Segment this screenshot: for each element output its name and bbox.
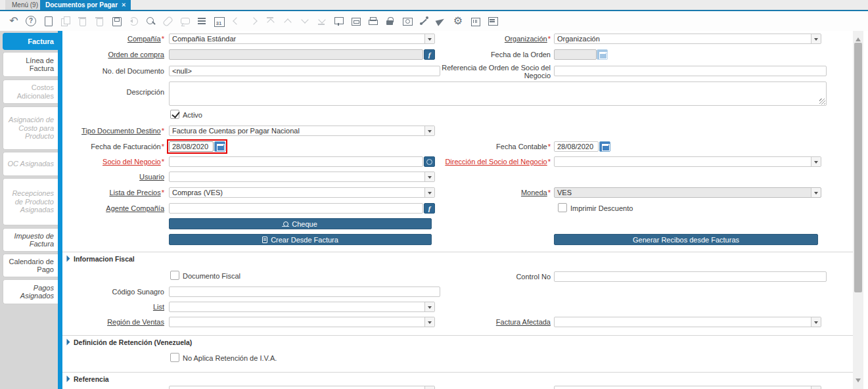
section-title-referencia[interactable]: Referencia [74,375,109,383]
save-icon[interactable] [110,15,122,27]
fecha-facturacion-calendar-button[interactable] [214,141,225,152]
dropdown-arrow-icon[interactable] [811,34,821,43]
chat-icon[interactable] [179,15,191,27]
label-lista-de-precios[interactable]: Lista de Precios* [62,189,164,196]
lock-icon[interactable] [384,15,396,27]
delete-selection-icon[interactable] [93,15,105,27]
archive-icon[interactable] [350,15,361,27]
sidebar-tab-calendario-de-pago[interactable]: Calendario de Pago [3,254,58,277]
label-agente-compania[interactable]: Agente Compañía [62,204,164,212]
dropdown-arrow-icon[interactable] [424,172,434,181]
undo-icon[interactable]: ↶ [8,15,20,27]
documento-fiscal-checkbox[interactable] [170,271,179,280]
tab-menu[interactable]: Menú (9) [5,0,45,10]
calendar-icon[interactable]: 31 [213,15,225,27]
dropdown-arrow-icon[interactable] [811,386,821,389]
tab-documentos-por-pagar[interactable]: Documentos por Pagar × [40,0,131,10]
scroll-down-icon[interactable] [856,378,861,385]
sidebar-tab-linea-de-factura[interactable]: Línea de Factura [3,52,58,77]
label-factura-afectada[interactable]: Factura Afectada [421,318,551,326]
report-icon[interactable] [332,15,344,27]
lista-de-precios-select[interactable]: Compras (VES) [169,187,435,198]
compania-select[interactable]: Compañia Estándar [169,34,435,44]
referencia-orden-socio-input[interactable] [554,66,827,76]
preferences-gear-icon[interactable]: ⚙ [452,15,464,27]
activo-checkbox[interactable] [170,110,179,119]
referencia-select-right[interactable] [554,386,821,389]
collapse-arrow-icon[interactable] [64,376,70,382]
label-socio-del-negocio[interactable]: Socio del Negocio* [62,158,164,166]
label-organizacion[interactable]: Organización* [421,35,551,43]
copy-record-icon[interactable] [59,15,71,27]
no-del-documento-input[interactable]: <null> [169,66,440,76]
organizacion-select[interactable]: Organización [554,34,821,44]
dropdown-arrow-icon[interactable] [811,317,821,327]
help-icon[interactable] [26,16,36,26]
section-title-informacion-fiscal[interactable]: Informacion Fiscal [74,255,135,263]
label-list[interactable]: List [62,303,164,311]
label-tipo-documento-destino[interactable]: Tipo Documento Destino* [62,127,164,135]
dropdown-arrow-icon[interactable] [811,157,821,166]
first-record-icon[interactable] [264,15,276,27]
fecha-contable-calendar-button[interactable] [599,141,610,152]
delete-record-icon[interactable] [76,15,88,27]
new-record-icon[interactable] [42,15,54,27]
dropdown-arrow-icon[interactable] [424,386,434,389]
fecha-facturacion-input[interactable]: 28/08/2020 [169,141,214,152]
scrollbar-thumb[interactable] [854,43,862,292]
dropdown-arrow-icon[interactable] [424,302,434,311]
section-title-definicion-retencion[interactable]: Definición de Retención (Venezuela) [74,338,192,346]
crear-desde-factura-button[interactable]: Crear Desde Factura [169,234,432,245]
collapse-arrow-icon[interactable] [64,339,70,346]
imprimir-descuento-checkbox[interactable] [558,203,567,212]
control-no-input[interactable] [554,271,827,282]
find-icon[interactable] [145,15,156,27]
label-usuario[interactable]: Usuario [62,173,164,181]
label-moneda[interactable]: Moneda* [421,189,551,196]
attachment-icon[interactable] [162,15,173,27]
parent-record-icon[interactable] [281,15,293,27]
label-orden-de-compra[interactable]: Orden de compra [62,51,164,58]
help-panel-icon[interactable] [486,15,498,27]
agente-compania-field[interactable] [169,203,423,214]
detail-record-icon[interactable] [298,15,310,27]
next-record-icon[interactable] [247,15,259,27]
vertical-scrollbar[interactable] [853,31,863,389]
descripcion-textarea[interactable] [169,81,827,106]
previous-record-icon[interactable] [230,15,242,27]
refresh-icon[interactable] [127,15,139,27]
label-direccion-socio[interactable]: Dirección del Socio del Negocio* [421,158,551,166]
generar-recibos-button[interactable]: Generar Recibos desde Facturas [554,234,818,245]
direccion-socio-select[interactable] [554,156,821,167]
product-info-icon[interactable] [469,15,481,27]
sidebar-tab-impuesto-de-factura[interactable]: Impuesto de Factura [3,228,58,252]
scroll-up-icon[interactable] [856,35,861,41]
socio-del-negocio-field[interactable] [169,156,423,167]
label-compania[interactable]: Compañía* [62,35,164,43]
region-de-ventas-select[interactable] [169,317,435,327]
cheque-button[interactable]: Cheque [169,218,432,229]
last-record-icon[interactable] [315,15,327,27]
workflow-icon[interactable] [418,15,430,27]
sidebar-tab-pagos-asignados[interactable]: Pagos Asignados [3,279,58,304]
agente-compania-search-button[interactable]: f [424,203,435,214]
send-mail-icon[interactable] [435,15,447,27]
collapse-arrow-icon[interactable] [64,256,70,262]
usuario-select[interactable] [169,172,435,182]
sidebar-tab-factura[interactable]: Factura [3,33,58,50]
no-aplica-retencion-checkbox[interactable] [170,353,179,362]
print-icon[interactable] [367,15,378,27]
record-access-icon[interactable] [401,15,413,27]
close-tab-icon[interactable]: × [122,1,126,9]
label-region-de-ventas[interactable]: Región de Ventas [62,318,164,326]
factura-afectada-select[interactable] [554,317,821,327]
fecha-de-la-orden-field [554,49,597,60]
tipo-documento-destino-select[interactable]: Factura de Cuentas por Pagar Nacional [169,126,435,136]
referencia-select-left[interactable] [169,386,435,389]
codigo-sunagro-input[interactable] [169,286,440,297]
fecha-contable-input[interactable]: 28/08/2020 [554,141,599,152]
list-select[interactable] [169,302,435,312]
dropdown-arrow-icon[interactable] [424,126,434,135]
grid-toggle-icon[interactable] [196,15,208,27]
fecha-orden-calendar-button[interactable] [597,49,608,60]
